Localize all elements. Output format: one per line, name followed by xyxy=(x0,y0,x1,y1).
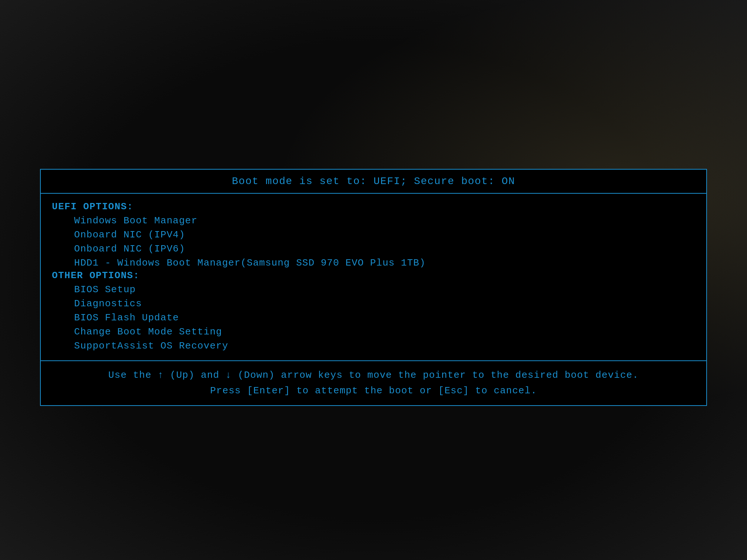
menu-item-bios-flash-update[interactable]: BIOS Flash Update xyxy=(52,311,695,325)
menu-section: UEFI OPTIONS: Windows Boot Manager Onboa… xyxy=(41,194,706,361)
other-options-label: OTHER OPTIONS: xyxy=(52,270,695,281)
menu-item-supportassist-recovery[interactable]: SupportAssist OS Recovery xyxy=(52,339,695,353)
footer-line2: Press [Enter] to attempt the boot or [Es… xyxy=(48,383,699,399)
menu-item-windows-boot-manager[interactable]: Windows Boot Manager xyxy=(52,214,695,228)
menu-item-bios-setup[interactable]: BIOS Setup xyxy=(52,283,695,297)
menu-item-diagnostics[interactable]: Diagnostics xyxy=(52,297,695,311)
header-row: Boot mode is set to: UEFI; Secure boot: … xyxy=(41,170,706,194)
bios-menu-box: Boot mode is set to: UEFI; Secure boot: … xyxy=(40,169,707,406)
boot-mode-header: Boot mode is set to: UEFI; Secure boot: … xyxy=(232,176,515,187)
menu-item-onboard-nic-ipv4[interactable]: Onboard NIC (IPV4) xyxy=(52,228,695,242)
footer-section: Use the ↑ (Up) and ↓ (Down) arrow keys t… xyxy=(41,361,706,405)
menu-item-onboard-nic-ipv6[interactable]: Onboard NIC (IPV6) xyxy=(52,242,695,256)
footer-line1: Use the ↑ (Up) and ↓ (Down) arrow keys t… xyxy=(48,368,699,383)
menu-item-change-boot-mode[interactable]: Change Boot Mode Setting xyxy=(52,325,695,339)
menu-item-hdd1[interactable]: HDD1 - Windows Boot Manager(Samsung SSD … xyxy=(52,256,695,270)
screen-content: Boot mode is set to: UEFI; Secure boot: … xyxy=(40,169,707,406)
uefi-options-label: UEFI OPTIONS: xyxy=(52,201,695,212)
